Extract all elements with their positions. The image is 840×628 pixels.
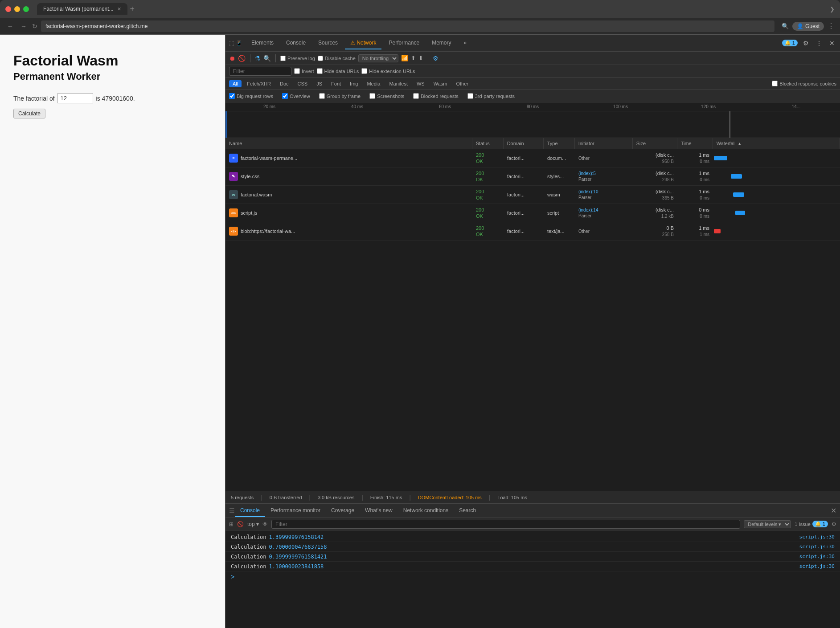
type-btn-manifest[interactable]: Manifest — [385, 80, 411, 87]
close-window-button[interactable] — [5, 6, 11, 12]
type-btn-ws[interactable]: WS — [413, 80, 428, 87]
log-file-link-2[interactable]: script.js:30 — [799, 544, 835, 550]
type-btn-fetch[interactable]: Fetch/XHR — [243, 80, 275, 87]
level-select[interactable]: Default levels ▾ — [744, 520, 791, 528]
th-time[interactable]: Time — [677, 138, 713, 149]
context-selector[interactable]: top ▾ — [247, 521, 259, 527]
hide-ext-urls-checkbox[interactable]: Hide extension URLs — [361, 68, 415, 74]
invert-checkbox[interactable]: Invert — [294, 68, 314, 74]
factorial-input[interactable] — [57, 93, 93, 103]
network-settings-button[interactable]: ⚙ — [433, 55, 438, 62]
blocked-requests-checkbox[interactable]: Blocked requests — [413, 93, 458, 99]
th-status[interactable]: Status — [472, 138, 504, 149]
forward-button[interactable]: → — [19, 22, 29, 31]
table-row[interactable]: </> script.js 200 OK factori... script — [225, 204, 840, 222]
log-file-link-4[interactable]: script.js:30 — [799, 563, 835, 569]
console-filter-input[interactable] — [271, 520, 740, 529]
initiator-link-3[interactable]: (index):10 — [578, 189, 629, 195]
initiator-link-2[interactable]: (index):5 — [578, 171, 629, 176]
console-prompt[interactable]: > — [225, 571, 840, 582]
log-file-link-3[interactable]: script.js:30 — [799, 554, 835, 559]
issues-button[interactable]: 1 Issue 🔔 1 — [795, 521, 828, 527]
devtools-close-button[interactable]: ✕ — [828, 39, 836, 48]
back-button[interactable]: ← — [5, 22, 15, 31]
th-size[interactable]: Size — [633, 138, 677, 149]
clear-button[interactable]: 🚫 — [238, 55, 246, 62]
console-tab-whats-new[interactable]: What's new — [360, 505, 398, 517]
console-settings-icon[interactable]: ⚙ — [832, 521, 836, 527]
table-row[interactable]: ≡ factorial-wasm-permane... 200 OK facto… — [225, 149, 840, 167]
th-initiator[interactable]: Initiator — [575, 138, 633, 149]
tab-network[interactable]: ⚠ Network — [345, 37, 381, 49]
table-row[interactable]: ✎ style.css 200 OK factori... styles... — [225, 167, 840, 186]
type-btn-css[interactable]: CSS — [294, 80, 311, 87]
tab-performance[interactable]: Performance — [383, 37, 425, 49]
type-btn-media[interactable]: Media — [363, 80, 384, 87]
tab-elements[interactable]: Elements — [246, 37, 279, 49]
maximize-window-button[interactable] — [23, 6, 29, 12]
table-row[interactable]: </> blob:https://factorial-wa... 200 OK … — [225, 222, 840, 241]
type-btn-doc[interactable]: Doc — [276, 80, 292, 87]
overview-checkbox[interactable]: Overview — [282, 93, 310, 99]
reload-button[interactable]: ↻ — [32, 23, 37, 30]
th-domain[interactable]: Domain — [504, 138, 544, 149]
tab-sources[interactable]: Sources — [313, 37, 343, 49]
network-table[interactable]: Name Status Domain Type Initiator Size T… — [225, 138, 840, 491]
type-btn-js[interactable]: JS — [313, 80, 326, 87]
url-input[interactable]: factorial-wasm-permanent-worker.glitch.m… — [41, 20, 774, 32]
disable-cache-input[interactable] — [318, 56, 323, 61]
calculate-button[interactable]: Calculate — [13, 109, 45, 118]
zoom-icon[interactable]: 🔍 — [782, 23, 789, 29]
record-button[interactable]: ⏺ — [229, 55, 235, 62]
console-tab-perf-monitor[interactable]: Performance monitor — [265, 505, 326, 517]
console-tab-network-conditions[interactable]: Network conditions — [398, 505, 454, 517]
tab-memory[interactable]: Memory — [426, 37, 456, 49]
initiator-link-4[interactable]: (index):14 — [578, 207, 629, 213]
eye-icon[interactable]: 👁 — [262, 521, 268, 527]
tab-console[interactable]: Console — [281, 37, 311, 49]
console-clear-icon[interactable]: 🚫 — [237, 521, 244, 527]
group-by-frame-checkbox[interactable]: Group by frame — [319, 93, 361, 99]
devtools-more-button[interactable]: ⋮ — [814, 39, 824, 48]
disable-cache-checkbox[interactable]: Disable cache — [318, 56, 356, 61]
type-btn-img[interactable]: Img — [346, 80, 361, 87]
type-btn-other[interactable]: Other — [452, 80, 472, 87]
console-tab-coverage[interactable]: Coverage — [326, 505, 360, 517]
tab-close-button[interactable]: ✕ — [117, 6, 121, 12]
type-btn-all[interactable]: All — [229, 80, 242, 87]
issues-badge[interactable]: 🔔 1 — [782, 40, 798, 46]
blocked-cookies-checkbox[interactable]: Blocked response cookies — [772, 81, 836, 86]
more-options-button[interactable]: ⋮ — [828, 22, 835, 30]
console-close-button[interactable]: ✕ — [831, 506, 836, 515]
inspector-icon[interactable]: ⬚ — [229, 40, 234, 46]
big-rows-checkbox[interactable]: Big request rows — [229, 93, 273, 99]
screenshots-checkbox[interactable]: Screenshots — [369, 93, 404, 99]
minimize-window-button[interactable] — [14, 6, 20, 12]
responsive-icon[interactable]: 📱 — [236, 40, 242, 46]
console-tab-search[interactable]: Search — [454, 505, 481, 517]
console-sidebar-icon[interactable]: ⊞ — [229, 521, 234, 527]
filter-button[interactable]: ⚗ — [255, 55, 261, 62]
tab-more[interactable]: » — [459, 37, 472, 49]
table-row[interactable]: W factorial.wasm 200 OK factori... wasm — [225, 186, 840, 204]
type-btn-font[interactable]: Font — [328, 80, 344, 87]
th-name[interactable]: Name — [225, 138, 472, 149]
import-button[interactable]: ⬆ — [411, 55, 416, 61]
preserve-log-input[interactable] — [280, 56, 286, 61]
th-waterfall[interactable]: Waterfall ▲ — [713, 138, 840, 149]
throttle-select[interactable]: No throttling — [358, 54, 398, 62]
browser-tab[interactable]: Factorial Wasm (permanent... ✕ — [37, 3, 127, 15]
console-tab-console[interactable]: Console — [235, 505, 265, 517]
th-type[interactable]: Type — [544, 138, 575, 149]
devtools-settings-button[interactable]: ⚙ — [801, 39, 811, 48]
preserve-log-checkbox[interactable]: Preserve log — [280, 56, 315, 61]
wifi-icon[interactable]: 📶 — [401, 55, 408, 61]
log-file-link-1[interactable]: script.js:30 — [799, 534, 835, 540]
export-button[interactable]: ⬇ — [418, 55, 423, 61]
console-menu-icon[interactable]: ☰ — [229, 507, 235, 514]
new-tab-button[interactable]: + — [130, 4, 135, 14]
type-btn-wasm[interactable]: Wasm — [430, 80, 451, 87]
search-button[interactable]: 🔍 — [263, 55, 271, 62]
hide-data-urls-checkbox[interactable]: Hide data URLs — [317, 68, 359, 74]
filter-input[interactable] — [229, 67, 291, 76]
